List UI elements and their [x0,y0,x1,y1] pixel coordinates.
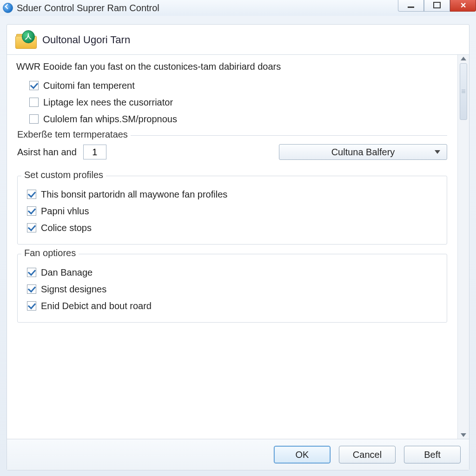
check-label: Papni vhlus [41,204,89,218]
checkbox-icon[interactable] [27,223,36,232]
check-label: Signst designes [41,282,106,296]
folder-user-icon: 人 [15,31,36,49]
maximize-button[interactable] [424,0,450,12]
check-colice[interactable]: Colice stops [27,221,439,235]
check-label: Cuitomi fan temperent [43,79,135,93]
check-bonsit[interactable]: This bonsit partoridn all maywone fan pr… [27,187,439,201]
checkbox-icon[interactable] [27,206,36,216]
checkbox-icon[interactable] [29,114,39,124]
minimize-button[interactable] [398,0,424,12]
temp-row: Asirst han and Cultuna Balfery [17,144,447,160]
check-enid[interactable]: Enid Debict and bout roard [27,299,439,313]
group-legend: Set custom profiles [21,170,106,180]
dropdown-value: Cultuna Balfery [331,147,395,158]
scroll-down-icon[interactable] [461,433,466,437]
checkbox-icon[interactable] [27,284,36,294]
panel-title: Oultonal Ugori Tarn [42,34,130,46]
scroll-up-icon[interactable] [461,57,466,60]
chevron-down-icon [435,150,440,154]
check-label: Culolem fan whips.SM/propnous [43,112,177,126]
group-temperatures: Exberße tem termperataes Asirst han and … [17,135,447,166]
cultuna-dropdown[interactable]: Cultuna Balfery [279,144,447,160]
check-label: This bonsit partoridn all maywone fan pr… [41,187,227,201]
group-legend: Fan optiores [21,248,79,258]
scroll-area: WWR Eooide fan you fast on the custonice… [7,55,469,439]
close-button[interactable]: ✕ [450,0,476,12]
check-label: Colice stops [41,221,92,235]
group-profiles: Set custom profiles This bonsit partorid… [17,176,447,245]
check-label: Dan Banage [41,265,93,279]
content: WWR Eooide fan you fast on the custonice… [7,55,457,439]
checkbox-icon[interactable] [27,268,36,277]
check-label: Enid Debict and bout roard [41,299,152,313]
check-signst[interactable]: Signst designes [27,282,439,296]
check-culolem[interactable]: Culolem fan whips.SM/propnous [29,112,448,126]
intro-text: WWR Eooide fan you fast on the custonice… [16,61,448,72]
panel-header: 人 Oultonal Ugori Tarn [7,25,469,55]
beft-button[interactable]: Beft [404,446,461,463]
window-body: 人 Oultonal Ugori Tarn WWR Eooide fan you… [0,16,476,476]
group-fan-options: Fan optiores Dan Banage Signst designes … [17,254,447,323]
titlebar: Sduer Control Suprer Ram Control ✕ [0,0,476,16]
window-buttons: ✕ [398,0,476,12]
check-dan[interactable]: Dan Banage [27,265,439,279]
group-legend: Exberße tem termperataes [17,129,131,140]
checkbox-icon[interactable] [29,81,39,90]
app-icon [3,3,13,13]
main-panel: 人 Oultonal Ugori Tarn WWR Eooide fan you… [7,24,469,470]
field-label: Asirst han and [17,147,77,158]
scroll-thumb[interactable] [460,63,467,120]
checkbox-icon[interactable] [27,301,36,311]
ok-button[interactable]: OK [274,446,331,463]
asirst-input[interactable] [83,145,106,159]
check-label: Liptage lex nees the cusorriator [43,95,173,109]
checkbox-icon[interactable] [27,190,36,199]
check-cuitomi[interactable]: Cuitomi fan temperent [29,79,448,93]
check-liptage[interactable]: Liptage lex nees the cusorriator [29,95,448,109]
window-title: Sduer Control Suprer Ram Control [17,3,159,13]
cancel-button[interactable]: Cancel [339,446,396,463]
checkbox-icon[interactable] [29,98,39,107]
dialog-footer: OK Cancel Beft [7,439,469,470]
check-papni[interactable]: Papni vhlus [27,204,439,218]
vertical-scrollbar[interactable] [457,55,469,439]
